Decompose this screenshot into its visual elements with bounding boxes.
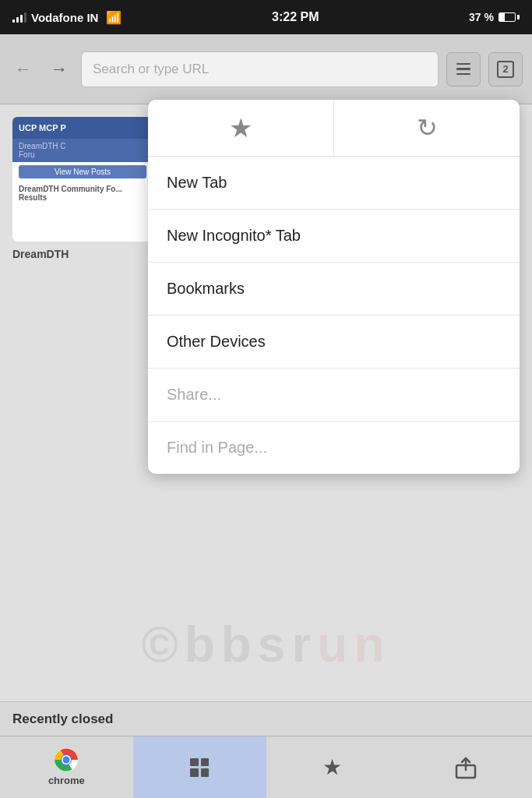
menu-top-row: ★ ↻	[148, 100, 520, 157]
bookmark-icon-button[interactable]: ★	[148, 100, 334, 156]
bottom-nav-chrome[interactable]: chrome	[0, 736, 133, 798]
tile1-sub: DreamDTH C Foru	[12, 139, 153, 162]
status-bar-left: Vodafone IN 📶	[12, 10, 122, 25]
watermark: ©bbsrun	[141, 616, 390, 673]
recently-closed-label: Recently closed	[12, 711, 113, 727]
tabs-count: 2	[497, 61, 514, 78]
new-incognito-tab-item[interactable]: New Incognito* Tab	[148, 210, 520, 263]
url-placeholder: Search or type URL	[93, 62, 209, 77]
bottom-nav-bookmark[interactable]: ★	[266, 736, 400, 798]
battery-percent: 37 %	[469, 11, 494, 23]
bottom-nav-share[interactable]	[399, 736, 532, 798]
reload-icon: ↻	[417, 113, 438, 143]
carrier-label: Vodafone IN	[31, 11, 98, 24]
svg-point-7	[63, 757, 70, 764]
reload-icon-button[interactable]: ↻	[334, 100, 520, 156]
tile1-footer2: Results	[19, 193, 146, 202]
bookmarks-label: Bookmarks	[167, 280, 245, 298]
bookmarks-item[interactable]: Bookmarks	[148, 263, 520, 316]
menu-button[interactable]	[446, 52, 481, 87]
hamburger-icon	[456, 63, 470, 76]
share-nav-icon	[454, 756, 477, 779]
find-in-page-item[interactable]: Find in Page...	[148, 422, 520, 474]
find-in-page-label: Find in Page...	[167, 439, 267, 457]
new-incognito-tab-label: New Incognito* Tab	[167, 227, 301, 245]
star-icon: ★	[229, 112, 252, 143]
bottom-nav-tabs[interactable]	[133, 736, 266, 798]
browser-toolbar: ← → Search or type URL 2	[0, 34, 532, 104]
forward-button[interactable]: →	[45, 55, 73, 83]
clock: 3:22 PM	[272, 10, 319, 24]
wifi-icon: 📶	[106, 10, 122, 25]
share-item[interactable]: Share...	[148, 369, 520, 422]
back-icon: ←	[15, 59, 32, 79]
battery-icon	[499, 12, 520, 22]
grid-icon	[190, 758, 209, 777]
other-devices-label: Other Devices	[167, 333, 266, 351]
dropdown-menu: ★ ↻ New Tab New Incognito* Tab Bookmarks…	[148, 100, 520, 474]
tile1-footer: DreamDTH Community Fo...	[19, 185, 146, 193]
forward-icon: →	[51, 59, 68, 79]
chrome-nav-icon	[55, 748, 78, 772]
recently-closed-bar: Recently closed	[0, 701, 532, 736]
new-tab-label: New Tab	[167, 174, 227, 192]
bottom-nav: chrome ★	[0, 736, 532, 798]
new-tab-item[interactable]: New Tab	[148, 157, 520, 210]
share-label: Share...	[167, 386, 221, 404]
url-bar[interactable]: Search or type URL	[81, 51, 439, 87]
chrome-nav-label: chrome	[48, 775, 85, 786]
status-bar-right: 37 %	[469, 11, 520, 23]
label1: DreamDTH	[12, 245, 153, 263]
dreamdth-tile: UCP MCP P DreamDTH C Foru View New Posts…	[12, 117, 153, 242]
bookmark-nav-icon: ★	[322, 754, 342, 780]
back-button[interactable]: ←	[9, 55, 37, 83]
other-devices-item[interactable]: Other Devices	[148, 316, 520, 369]
status-bar: Vodafone IN 📶 3:22 PM 37 %	[0, 0, 532, 34]
view-new-posts-btn: View New Posts	[19, 165, 146, 178]
signal-icon	[12, 12, 26, 23]
tile1-header: UCP MCP P	[12, 117, 153, 139]
tabs-button[interactable]: 2	[488, 52, 523, 87]
